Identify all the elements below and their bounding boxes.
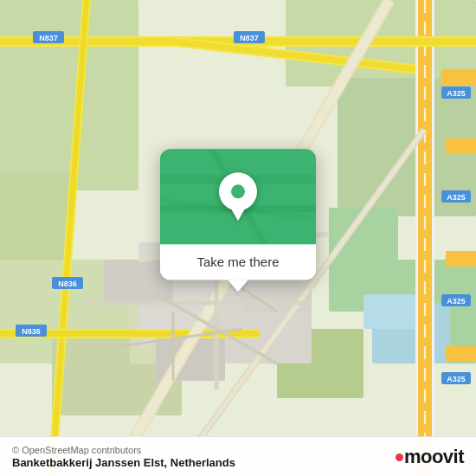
svg-text:N837: N837 xyxy=(240,34,259,42)
svg-rect-26 xyxy=(446,346,476,362)
pin-dot xyxy=(231,184,245,198)
svg-text:A325: A325 xyxy=(447,297,466,306)
svg-rect-19 xyxy=(363,294,415,329)
svg-rect-25 xyxy=(446,251,476,267)
location-pin xyxy=(219,172,257,221)
svg-rect-24 xyxy=(446,138,476,154)
svg-rect-23 xyxy=(441,69,476,85)
popup-card: Take me there xyxy=(160,149,316,280)
svg-text:N837: N837 xyxy=(39,34,58,42)
take-me-there-button[interactable]: Take me there xyxy=(160,244,316,280)
svg-text:A325: A325 xyxy=(447,89,466,98)
moovit-dot xyxy=(396,453,403,461)
pin-circle xyxy=(219,172,257,210)
moovit-text: moovit xyxy=(396,446,464,468)
svg-text:N836: N836 xyxy=(58,280,77,288)
svg-text:N836: N836 xyxy=(22,327,41,336)
pin-tail xyxy=(231,209,245,221)
moovit-logo: moovit xyxy=(396,446,464,468)
attribution-text: © OpenStreetMap contributors xyxy=(12,445,235,455)
svg-text:A325: A325 xyxy=(447,193,466,202)
svg-text:A325: A325 xyxy=(447,375,466,383)
location-title: Banketbakkerij Janssen Elst, Netherlands xyxy=(12,456,235,469)
popup-map-area xyxy=(160,149,316,244)
popup-tail xyxy=(228,280,248,292)
svg-rect-1 xyxy=(0,0,138,190)
bottom-left: © OpenStreetMap contributors Banketbakke… xyxy=(12,445,235,469)
map-container: N837 N837 N836 N836 A325 A325 A325 A325 xyxy=(0,0,476,476)
bottom-bar: © OpenStreetMap contributors Banketbakke… xyxy=(0,436,476,476)
